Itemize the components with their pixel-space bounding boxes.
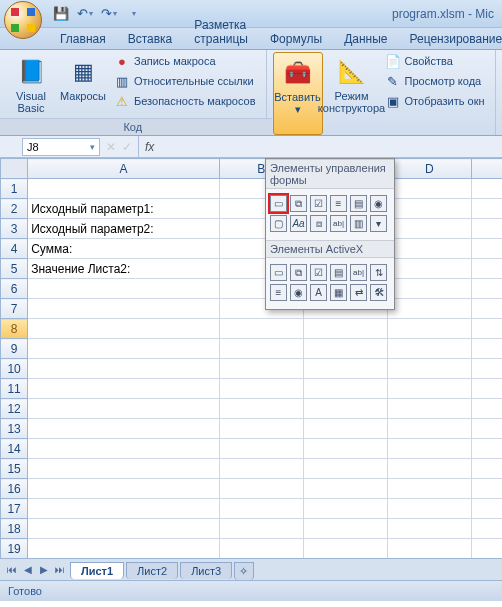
cell-E10[interactable] xyxy=(471,359,502,379)
combo-list-icon[interactable]: ▥ xyxy=(350,215,367,232)
cell-E9[interactable] xyxy=(471,339,502,359)
sheet-tab-2[interactable]: Лист2 xyxy=(126,562,178,579)
qat-customize[interactable] xyxy=(124,5,142,23)
cell-E7[interactable] xyxy=(471,299,502,319)
scrollbar-control-icon[interactable]: ⧈ xyxy=(310,215,327,232)
fx-label[interactable]: fx xyxy=(138,136,502,157)
cell-C11[interactable] xyxy=(303,379,387,399)
cell-E12[interactable] xyxy=(471,399,502,419)
cell-E18[interactable] xyxy=(471,519,502,539)
cell-D1[interactable] xyxy=(387,179,471,199)
cell-A18[interactable] xyxy=(28,519,220,539)
col-header-E[interactable]: E xyxy=(471,159,502,179)
ax-spinner-icon[interactable]: ≡ xyxy=(270,284,287,301)
ax-checkbox-icon[interactable]: ☑ xyxy=(310,264,327,281)
sheet-tab-new[interactable]: ✧ xyxy=(234,562,254,580)
cell-A10[interactable] xyxy=(28,359,220,379)
cell-D13[interactable] xyxy=(387,419,471,439)
tab-home[interactable]: Главная xyxy=(50,29,116,49)
ax-combobox-icon[interactable]: ⧉ xyxy=(290,264,307,281)
tab-review[interactable]: Рецензирование xyxy=(400,29,502,49)
cell-A7[interactable] xyxy=(28,299,220,319)
cell-B18[interactable] xyxy=(219,519,303,539)
tab-insert[interactable]: Вставка xyxy=(118,29,183,49)
ax-textbox-icon[interactable]: ab| xyxy=(350,264,367,281)
cell-D7[interactable] xyxy=(387,299,471,319)
cell-A19[interactable] xyxy=(28,539,220,559)
cell-C19[interactable] xyxy=(303,539,387,559)
cell-E11[interactable] xyxy=(471,379,502,399)
cell-D18[interactable] xyxy=(387,519,471,539)
row-header-16[interactable]: 16 xyxy=(1,479,28,499)
office-button[interactable] xyxy=(4,1,42,39)
col-header-A[interactable]: A xyxy=(28,159,220,179)
optionbutton-control-icon[interactable]: ◉ xyxy=(370,195,387,212)
cell-E14[interactable] xyxy=(471,439,502,459)
cell-C14[interactable] xyxy=(303,439,387,459)
ax-image-icon[interactable]: ▦ xyxy=(330,284,347,301)
row-header-2[interactable]: 2 xyxy=(1,199,28,219)
combobox-control-icon[interactable]: ⧉ xyxy=(290,195,307,212)
cell-D2[interactable] xyxy=(387,199,471,219)
ax-listbox-icon[interactable]: ▤ xyxy=(330,264,347,281)
cell-B8[interactable] xyxy=(219,319,303,339)
cell-B11[interactable] xyxy=(219,379,303,399)
cell-C16[interactable] xyxy=(303,479,387,499)
cell-C10[interactable] xyxy=(303,359,387,379)
cell-B19[interactable] xyxy=(219,539,303,559)
cell-D4[interactable] xyxy=(387,239,471,259)
cell-C18[interactable] xyxy=(303,519,387,539)
cell-D10[interactable] xyxy=(387,359,471,379)
row-header-17[interactable]: 17 xyxy=(1,499,28,519)
cell-D17[interactable] xyxy=(387,499,471,519)
view-code-button[interactable]: ✎ Просмотр кода xyxy=(381,72,489,90)
cell-A6[interactable] xyxy=(28,279,220,299)
cell-A11[interactable] xyxy=(28,379,220,399)
cell-B14[interactable] xyxy=(219,439,303,459)
cell-D15[interactable] xyxy=(387,459,471,479)
cell-D9[interactable] xyxy=(387,339,471,359)
sheet-nav-prev[interactable]: ◀ xyxy=(20,562,36,578)
sheet-tab-1[interactable]: Лист1 xyxy=(70,562,124,579)
textfield-control-icon[interactable]: ab| xyxy=(330,215,347,232)
cell-A4[interactable]: Сумма: xyxy=(28,239,220,259)
row-header-3[interactable]: 3 xyxy=(1,219,28,239)
cell-A9[interactable] xyxy=(28,339,220,359)
row-header-6[interactable]: 6 xyxy=(1,279,28,299)
cell-C12[interactable] xyxy=(303,399,387,419)
row-header-4[interactable]: 4 xyxy=(1,239,28,259)
combo-drop-icon[interactable]: ▾ xyxy=(370,215,387,232)
cell-E19[interactable] xyxy=(471,539,502,559)
cell-D12[interactable] xyxy=(387,399,471,419)
macro-security-button[interactable]: ⚠ Безопасность макросов xyxy=(110,92,260,110)
select-all-corner[interactable] xyxy=(1,159,28,179)
row-header-10[interactable]: 10 xyxy=(1,359,28,379)
tab-layout[interactable]: Разметка страницы xyxy=(184,15,258,49)
cell-E3[interactable] xyxy=(471,219,502,239)
row-header-14[interactable]: 14 xyxy=(1,439,28,459)
relative-refs-button[interactable]: ▥ Относительные ссылки xyxy=(110,72,260,90)
row-header-18[interactable]: 18 xyxy=(1,519,28,539)
name-box[interactable]: J8 ▾ xyxy=(22,138,100,156)
col-header-D[interactable]: D xyxy=(387,159,471,179)
label-control-icon[interactable]: Aa xyxy=(290,215,307,232)
worksheet-area[interactable]: Элементы управления формы ▭ ⧉ ☑ ≡ ▤ ◉ ▢ … xyxy=(0,158,502,558)
cell-D16[interactable] xyxy=(387,479,471,499)
cell-C17[interactable] xyxy=(303,499,387,519)
button-control-icon[interactable]: ▭ xyxy=(270,195,287,212)
cell-E4[interactable] xyxy=(471,239,502,259)
ax-more-icon[interactable]: 🛠 xyxy=(370,284,387,301)
cell-E6[interactable] xyxy=(471,279,502,299)
row-header-11[interactable]: 11 xyxy=(1,379,28,399)
run-dialog-button[interactable]: ▣ Отобразить окн xyxy=(381,92,489,110)
tab-formulas[interactable]: Формулы xyxy=(260,29,332,49)
spinner-control-icon[interactable]: ≡ xyxy=(330,195,347,212)
checkbox-control-icon[interactable]: ☑ xyxy=(310,195,327,212)
cell-A2[interactable]: Исходный параметр1: xyxy=(28,199,220,219)
ax-option-icon[interactable]: ◉ xyxy=(290,284,307,301)
insert-control-button[interactable]: 🧰 Вставить▾ xyxy=(273,52,323,135)
cell-D19[interactable] xyxy=(387,539,471,559)
cell-E13[interactable] xyxy=(471,419,502,439)
cell-A8[interactable] xyxy=(28,319,220,339)
ax-button-icon[interactable]: ▭ xyxy=(270,264,287,281)
